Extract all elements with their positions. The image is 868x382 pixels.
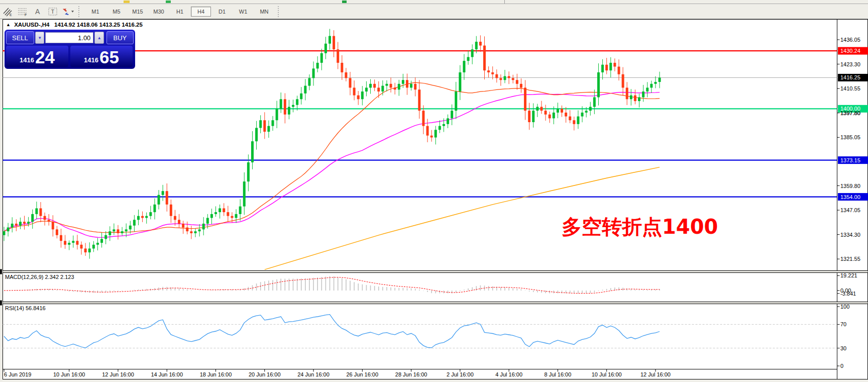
ohlc-values: 1414.92 1418.06 1413.25 1416.25 — [54, 22, 143, 28]
svg-text:4 Jul 16:00: 4 Jul 16:00 — [495, 371, 522, 377]
svg-text:10 Jun 16:00: 10 Jun 16:00 — [53, 371, 85, 377]
one-click-trading-panel: SELL ▼ ▲ BUY 1416 24 1416 65 — [5, 30, 135, 69]
volume-decrease-button[interactable]: ▼ — [35, 32, 45, 44]
price-badge: 1354.00 — [838, 193, 868, 201]
sell-button[interactable]: SELL — [6, 31, 34, 44]
svg-text:1397.80: 1397.80 — [840, 110, 860, 116]
sell-price-minor: 24 — [35, 49, 55, 66]
symbol-timeframe: XAUUSD-,H4 — [14, 22, 49, 28]
svg-text:8 Jul 16:00: 8 Jul 16:00 — [545, 371, 572, 377]
svg-text:70: 70 — [840, 321, 846, 327]
price-badge: 1416.25 — [838, 74, 868, 81]
svg-text:1416.25: 1416.25 — [840, 74, 860, 80]
svg-text:1423.30: 1423.30 — [840, 61, 860, 67]
price-badge: 1430.24 — [838, 47, 868, 55]
svg-text:-3.841: -3.841 — [840, 291, 856, 297]
sell-price-major: 1416 — [20, 56, 34, 64]
svg-text:18 Jun 16:00: 18 Jun 16:00 — [200, 371, 232, 377]
svg-text:2 Jul 16:00: 2 Jul 16:00 — [447, 371, 474, 377]
svg-text:1436.05: 1436.05 — [840, 37, 860, 43]
svg-text:10 Jul 16:00: 10 Jul 16:00 — [592, 371, 622, 377]
svg-text:26 Jun 16:00: 26 Jun 16:00 — [347, 371, 379, 377]
svg-text:1385.05: 1385.05 — [840, 134, 860, 140]
macd-label: MACD(12,26,9) 2.342 2.123 — [5, 274, 74, 280]
chart-text-annotation: 多空转折点1400 — [562, 213, 718, 241]
svg-text:6 Jun 2019: 6 Jun 2019 — [4, 371, 31, 377]
svg-text:19.221: 19.221 — [840, 272, 857, 278]
svg-text:28 Jun 16:00: 28 Jun 16:00 — [395, 371, 427, 377]
collapse-panel-icon[interactable]: ▲ — [6, 22, 11, 27]
svg-text:14 Jun 16:00: 14 Jun 16:00 — [151, 371, 183, 377]
volume-increase-button[interactable]: ▲ — [94, 32, 104, 44]
svg-text:100: 100 — [840, 304, 849, 310]
svg-text:1347.05: 1347.05 — [840, 207, 860, 213]
svg-text:1359.80: 1359.80 — [840, 183, 860, 189]
volume-input[interactable] — [45, 32, 93, 43]
svg-text:1373.15: 1373.15 — [840, 157, 860, 163]
svg-text:12 Jul 16:00: 12 Jul 16:00 — [640, 371, 671, 377]
svg-text:12 Jun 16:00: 12 Jun 16:00 — [102, 371, 134, 377]
svg-text:0: 0 — [840, 363, 843, 369]
svg-text:24 Jun 16:00: 24 Jun 16:00 — [297, 371, 330, 377]
svg-text:1321.55: 1321.55 — [840, 256, 860, 262]
buy-price-major: 1416 — [84, 56, 98, 64]
chart-ohlc-header: ▲ XAUUSD-,H4 1414.92 1418.06 1413.25 141… — [6, 22, 143, 28]
svg-text:30: 30 — [840, 345, 846, 351]
buy-price-display[interactable]: 1416 65 — [70, 46, 133, 67]
svg-text:1430.24: 1430.24 — [840, 48, 860, 54]
svg-text:20 Jun 16:00: 20 Jun 16:00 — [249, 371, 281, 377]
price-badge: 1373.15 — [838, 156, 868, 164]
svg-text:1410.55: 1410.55 — [840, 85, 860, 91]
buy-button[interactable]: BUY — [106, 31, 134, 44]
sell-price-display[interactable]: 1416 24 — [6, 46, 68, 67]
rsi-label: RSI(14) 56.8416 — [5, 305, 46, 311]
buy-price-minor: 65 — [99, 49, 119, 66]
svg-text:1334.30: 1334.30 — [840, 232, 860, 238]
svg-text:1354.00: 1354.00 — [840, 194, 860, 200]
